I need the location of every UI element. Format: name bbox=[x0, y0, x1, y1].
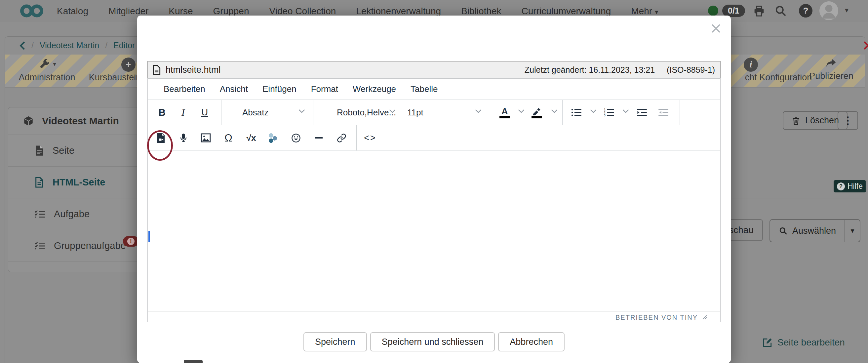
underline-button[interactable]: U bbox=[195, 103, 214, 122]
html-editor-modal: htmlseite.html Zuletzt geändert: 16.11.2… bbox=[137, 16, 731, 363]
printer-icon[interactable] bbox=[753, 5, 765, 17]
text-cursor bbox=[148, 231, 150, 242]
menu-werkzeuge[interactable]: Werkzeuge bbox=[345, 84, 403, 94]
nav-item-gruppen[interactable]: Gruppen bbox=[213, 6, 249, 17]
paragraph-style-select[interactable]: Absatz bbox=[242, 100, 269, 125]
menu-ansicht[interactable]: Ansicht bbox=[213, 84, 255, 94]
editor-menubar: Bearbeiten Ansicht Einfügen Format Werkz… bbox=[148, 79, 720, 100]
chevron-down-icon: ▾ bbox=[53, 61, 56, 68]
annotation-circle bbox=[147, 130, 173, 161]
checklist-icon bbox=[35, 210, 45, 218]
account-menu-chevron-icon[interactable]: ▾ bbox=[845, 6, 848, 14]
add-course-element-icon[interactable]: + bbox=[121, 58, 135, 72]
openolat-logo-icon[interactable] bbox=[19, 4, 44, 18]
close-editor-icon[interactable] bbox=[863, 41, 868, 50]
alert-badge: ! bbox=[123, 236, 139, 247]
outdent-button[interactable] bbox=[654, 103, 673, 122]
back-chevron-icon[interactable] bbox=[20, 41, 26, 50]
encoding: (ISO-8859-1) bbox=[667, 65, 715, 75]
online-status-dot bbox=[708, 6, 718, 16]
menu-tabelle[interactable]: Tabelle bbox=[403, 84, 445, 94]
nav-item-bibliothek[interactable]: Bibliothek bbox=[461, 6, 501, 17]
italic-button[interactable]: I bbox=[174, 103, 192, 122]
filename: htmlseite.html bbox=[165, 65, 221, 75]
bullet-list-button[interactable] bbox=[567, 103, 586, 122]
resize-handle[interactable] bbox=[703, 315, 707, 320]
chevron-down-icon[interactable] bbox=[622, 109, 629, 113]
highlighter-icon bbox=[532, 107, 542, 115]
breadcrumb-separator: / bbox=[31, 41, 34, 50]
nav-item-kurse[interactable]: Kurse bbox=[168, 6, 193, 17]
tree-row-label: Gruppenaufgabe bbox=[54, 240, 126, 251]
tree-row-label: Aufgabe bbox=[54, 209, 90, 219]
filename-bar: htmlseite.html Zuletzt geändert: 16.11.2… bbox=[148, 61, 720, 79]
document-filled-icon bbox=[35, 145, 44, 156]
chevron-down-icon[interactable] bbox=[551, 109, 558, 113]
nav-item-lektionenverwaltung[interactable]: Lektionenverwaltung bbox=[356, 6, 441, 17]
save-and-close-button[interactable]: Speichern und schliessen bbox=[370, 332, 495, 352]
tree-row-label: Seite bbox=[53, 145, 74, 156]
menu-bearbeiten[interactable]: Bearbeiten bbox=[156, 84, 213, 94]
counter-badge[interactable]: 0/1 bbox=[722, 5, 745, 17]
indent-button[interactable] bbox=[633, 103, 651, 122]
cancel-button[interactable]: Abbrechen bbox=[498, 332, 564, 352]
media-gallery-button[interactable] bbox=[264, 129, 282, 147]
file-icon bbox=[152, 65, 161, 75]
tooltip-edge bbox=[184, 360, 203, 363]
nav-item-mehr[interactable]: Mehr▾ bbox=[631, 6, 658, 17]
last-modified: Zuletzt geändert: 16.11.2023, 13:21 bbox=[525, 65, 655, 75]
edit-page-link[interactable]: Seite bearbeiten bbox=[762, 337, 845, 348]
tree-row-label: HTML-Seite bbox=[53, 177, 105, 188]
publish-arrow-icon bbox=[825, 57, 838, 69]
search-icon[interactable] bbox=[774, 5, 787, 17]
chevron-down-icon[interactable] bbox=[299, 109, 305, 113]
chevron-down-icon[interactable] bbox=[475, 109, 482, 113]
link-button[interactable] bbox=[332, 129, 351, 147]
chevron-down-icon[interactable] bbox=[590, 109, 597, 113]
horizontal-rule-button[interactable] bbox=[309, 129, 328, 147]
chevron-down-icon: ▾ bbox=[655, 8, 658, 16]
font-size-select[interactable]: 11pt bbox=[407, 100, 424, 125]
nav-item-katalog[interactable]: Katalog bbox=[57, 6, 88, 17]
nav-item-video-collection[interactable]: Video Collection bbox=[269, 6, 336, 17]
image-button[interactable] bbox=[196, 129, 215, 147]
special-character-button[interactable]: Ω bbox=[219, 129, 238, 147]
course-tree-title: Videotest Martin bbox=[42, 115, 119, 127]
toolbar-item-administration[interactable]: ▾ Administration bbox=[16, 58, 78, 83]
chevron-down-icon[interactable] bbox=[518, 109, 525, 113]
editor-toolbar-insert: Ω √x bbox=[148, 125, 720, 151]
nav-item-curriculumverwaltung[interactable]: Curriculumverwaltung bbox=[522, 6, 611, 17]
microphone-button[interactable] bbox=[174, 129, 193, 147]
modal-footer: Speichern Speichern und schliessen Abbre… bbox=[137, 332, 731, 352]
editor-statusbar: BETRIEBEN VON TINY bbox=[148, 311, 720, 323]
modal-close-icon[interactable] bbox=[711, 24, 721, 33]
course-cube-icon bbox=[23, 115, 34, 127]
font-family-select[interactable]: Roboto,Helve... bbox=[337, 100, 396, 125]
breadcrumb-course-link[interactable]: Videotest Martin bbox=[40, 41, 99, 50]
save-button[interactable]: Speichern bbox=[304, 332, 367, 352]
checklist-icon bbox=[35, 242, 45, 250]
emoji-button[interactable] bbox=[286, 129, 305, 147]
avatar[interactable] bbox=[819, 1, 838, 20]
wrench-icon bbox=[38, 58, 51, 70]
bold-button[interactable]: B bbox=[153, 103, 171, 122]
tiny-branding: BETRIEBEN VON TINY bbox=[616, 314, 698, 321]
source-code-button[interactable]: <> bbox=[361, 129, 379, 147]
numbered-list-button[interactable]: 1 2 3 bbox=[600, 103, 618, 122]
tinymce-editor: Bearbeiten Ansicht Einfügen Format Werkz… bbox=[148, 78, 720, 322]
math-formula-button[interactable]: √x bbox=[242, 129, 260, 147]
info-icon: i bbox=[744, 58, 758, 72]
text-color-button[interactable]: A bbox=[495, 103, 514, 122]
chevron-down-icon[interactable] bbox=[389, 109, 396, 113]
svg-text:3: 3 bbox=[604, 114, 606, 117]
highlight-color-button[interactable] bbox=[528, 103, 546, 122]
help-icon[interactable]: ? bbox=[799, 4, 812, 18]
editor-content-area[interactable] bbox=[148, 151, 720, 311]
document-outline-icon bbox=[35, 177, 44, 188]
menu-format[interactable]: Format bbox=[304, 84, 345, 94]
toolbar-item-publizieren[interactable]: Publizieren bbox=[798, 57, 864, 81]
breadcrumb-current[interactable]: Editor bbox=[113, 41, 135, 50]
breadcrumb-separator: / bbox=[105, 41, 107, 50]
nav-item-mitglieder[interactable]: Mitglieder bbox=[108, 6, 148, 17]
menu-einfuegen[interactable]: Einfügen bbox=[255, 84, 304, 94]
